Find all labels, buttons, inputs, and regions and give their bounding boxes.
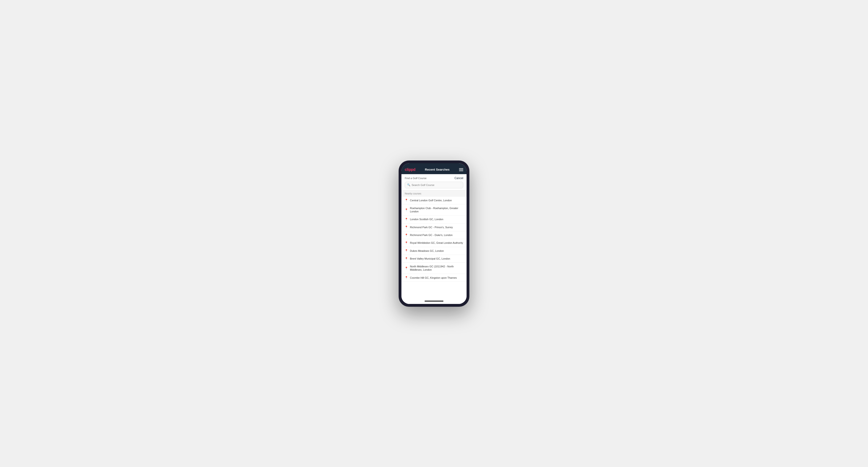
list-item[interactable]: 📍Richmond Park GC - Duke's, London [401, 231, 467, 239]
location-pin-icon: 📍 [405, 267, 408, 270]
app-logo: clippd [405, 167, 415, 172]
phone-screen: clippd Recent Searches Find a Golf Cours… [401, 163, 467, 304]
course-name: London Scottish GC, London [410, 218, 443, 221]
course-name: Royal Wimbledon GC, Great London Authori… [410, 241, 463, 245]
course-list-container: Nearby courses 📍Central London Golf Cent… [401, 190, 467, 298]
status-bar [401, 163, 467, 166]
search-input[interactable] [405, 182, 463, 188]
list-item[interactable]: 📍Richmond Park GC - Prince's, Surrey [401, 223, 467, 231]
location-pin-icon: 📍 [405, 199, 408, 202]
search-input-wrapper: 🔍 [405, 182, 463, 188]
list-item[interactable]: 📍Coombe Hill GC, Kingston upon Thames [401, 274, 467, 282]
app-header: clippd Recent Searches [401, 166, 467, 174]
header-title: Recent Searches [425, 168, 450, 171]
course-name: Coombe Hill GC, Kingston upon Thames [410, 276, 457, 279]
hamburger-menu-icon[interactable] [459, 168, 463, 171]
hamburger-line-2 [459, 169, 463, 170]
course-list: 📍Central London Golf Centre, London📍Roeh… [401, 196, 467, 282]
location-pin-icon: 📍 [405, 249, 408, 252]
course-name: Dukes Meadows GC, London [410, 249, 444, 252]
list-item[interactable]: 📍Roehampton Club - Roehampton, Greater L… [401, 205, 467, 216]
list-item[interactable]: 📍Dukes Meadows GC, London [401, 247, 467, 255]
home-bar [425, 301, 443, 302]
location-pin-icon: 📍 [405, 257, 408, 260]
phone-device: clippd Recent Searches Find a Golf Cours… [399, 160, 469, 307]
course-name: Central London Golf Centre, London [410, 199, 452, 202]
location-pin-icon: 📍 [405, 218, 408, 221]
location-pin-icon: 📍 [405, 208, 408, 212]
nearby-section-label: Nearby courses [401, 190, 467, 196]
hamburger-line-3 [459, 170, 463, 171]
list-item[interactable]: 📍London Scottish GC, London [401, 215, 467, 223]
cancel-button[interactable]: Cancel [455, 177, 463, 180]
location-pin-icon: 📍 [405, 241, 408, 245]
hamburger-line-1 [459, 168, 463, 169]
list-item[interactable]: 📍Central London Golf Centre, London [401, 196, 467, 205]
search-icon: 🔍 [407, 183, 410, 186]
list-item[interactable]: 📍Royal Wimbledon GC, Great London Author… [401, 239, 467, 247]
list-item[interactable]: 📍North Middlesex GC (1011942 - North Mid… [401, 262, 467, 274]
course-name: Richmond Park GC - Prince's, Surrey [410, 226, 453, 229]
search-header-row: Find a Golf Course Cancel [405, 177, 463, 180]
location-pin-icon: 📍 [405, 234, 408, 237]
location-pin-icon: 📍 [405, 226, 408, 229]
course-name: Brent Valley Municipal GC, London [410, 257, 450, 260]
course-name: Richmond Park GC - Duke's, London [410, 234, 453, 237]
course-name: North Middlesex GC (1011942 - North Midd… [410, 265, 463, 272]
list-item[interactable]: 📍Brent Valley Municipal GC, London [401, 255, 467, 262]
course-name: Roehampton Club - Roehampton, Greater Lo… [410, 207, 463, 213]
search-header: Find a Golf Course Cancel 🔍 [401, 174, 467, 190]
home-indicator [401, 298, 467, 304]
find-course-label: Find a Golf Course [405, 177, 427, 180]
location-pin-icon: 📍 [405, 276, 408, 279]
